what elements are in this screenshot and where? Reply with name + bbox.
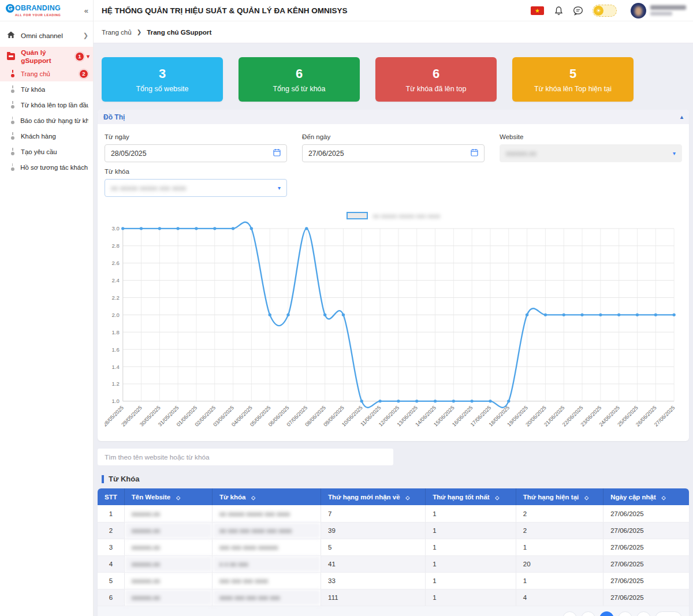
next-page-button[interactable] [618,611,632,616]
notification-badge: 2 [79,69,88,79]
main-area: HỆ THỐNG QUẢN TRỊ HIỆU SUẤT & QUẢN LÝ ĐA… [94,0,693,616]
sidebar-item[interactable]: Trang chủ 2 [0,66,93,81]
sidebar-item[interactable]: Hồ sơ tương tác khách ... [0,159,93,175]
svg-text:1.0: 1.0 [112,398,120,404]
column-header[interactable]: Từ khóa◇ [212,488,321,505]
sidebar-item[interactable]: Tạo yêu cầu [0,144,93,159]
column-header[interactable]: Thứ hạng hiện tại◇ [516,488,603,505]
from-date-input[interactable]: 28/05/2025 [105,144,287,162]
sidebar-section-gsupport[interactable]: Quản lý gSupport 1 ▾ [0,47,93,66]
first-page-button[interactable] [562,611,577,616]
sidebar-item-omni-channel[interactable]: Omni channel ❯ [0,26,93,45]
stat-cards: 3Tổng số website6Tổng số từ khóa6Từ khóa… [98,57,689,102]
cell-keyword-masked: xx xxx xxx xxxx xxx xxxx [212,522,321,539]
column-header[interactable]: Thứ hạng mới nhận về◇ [321,488,426,505]
cell-updated: 27/06/2025 [603,522,689,539]
current-page-button[interactable]: 1 [599,611,614,616]
line-chart[interactable]: 28/05/202529/05/202530/05/202531/05/2025… [105,221,682,433]
stat-value: 6 [296,66,303,81]
logo-tagline: ALL FOR YOUR LEADING [15,14,84,17]
svg-text:1.4: 1.4 [112,364,120,370]
cell-keyword-masked: xxxx xxx xxx xxx xxx [212,589,321,606]
sort-icon[interactable]: ◇ [176,495,180,501]
from-date-label: Từ ngày [105,133,287,140]
chevron-right-icon: ❯ [83,32,88,39]
to-date-value: 27/06/2025 [308,150,471,158]
language-flag-icon[interactable]: ★ [531,6,544,15]
keyword-select-value-masked: xx xxxxx xxxxx xxx xxxx [111,184,278,192]
sort-icon[interactable]: ◇ [251,495,255,501]
column-header[interactable]: STT [98,488,124,505]
stat-label: Tổng số từ khóa [273,85,325,93]
cell-current-rank: 2 [516,522,603,539]
table-row[interactable]: 5 xxxxxx.xx xxx xxx xxx xxxx 33 1 1 27/0… [98,572,689,589]
website-select[interactable]: xxxxxx.xx ▾ [500,144,682,162]
user-menu[interactable] [631,3,686,18]
cell-updated: 27/06/2025 [603,572,689,589]
table-header-row: STTTên Website◇Từ khóa◇Thứ hạng mới nhận… [98,488,689,505]
sidebar-item[interactable]: Từ khóa lên top lần đầu [0,97,93,113]
sidebar-item-label: Từ khóa [21,86,45,93]
sidebar-item[interactable]: Báo cáo thứ hạng từ khóa [0,113,93,128]
column-header[interactable]: Ngày cập nhật◇ [603,488,689,505]
sidebar-item[interactable]: Khách hàng [0,128,93,144]
cell-website-masked: xxxxxx.xx [124,589,212,606]
svg-text:1.2: 1.2 [112,380,120,387]
chat-icon[interactable] [573,5,583,16]
calendar-icon[interactable] [273,148,281,158]
svg-text:2.6: 2.6 [112,260,120,266]
svg-text:2.8: 2.8 [112,242,120,249]
chevron-down-icon: ▾ [87,53,90,59]
sidebar-item[interactable]: Từ khóa [0,81,93,97]
sort-icon[interactable]: ◇ [584,495,588,501]
cell-new-rank: 5 [321,539,426,555]
page-size-select[interactable]: 10 ▾ [655,611,682,616]
table-row[interactable]: 6 xxxxxx.xx xxxx xxx xxx xxx xxx 111 1 4… [98,589,689,606]
gobranding-logo[interactable]: G OBRANDING ALL FOR YOUR LEADING [6,4,84,17]
breadcrumb-home[interactable]: Trang chủ [102,28,132,36]
cell-keyword-masked: xxx xxx xxxx xxxxxx [212,539,321,555]
sort-icon[interactable]: ◇ [495,495,500,501]
cell-website-masked: xxxxxx.xx [124,522,212,539]
last-page-button[interactable] [636,611,651,616]
keyword-table: STTTên Website◇Từ khóa◇Thứ hạng mới nhận… [98,488,689,606]
sort-icon[interactable]: ◇ [406,495,410,501]
cell-new-rank: 33 [321,572,426,589]
chart-legend[interactable]: xx xxxxx xxxxx xxx xxxx [105,212,682,219]
sort-icon[interactable]: ◇ [662,495,666,501]
cell-updated: 27/06/2025 [603,539,689,555]
cell-new-rank: 7 [321,505,426,522]
table-footer: Tổng cộng: 6 1 10 [98,606,689,616]
table-row[interactable]: 1 xxxxxx.xx xx xxxxx xxxxx xxx xxxx 7 1 … [98,505,689,522]
prev-page-button[interactable] [581,611,595,616]
keyword-table-panel: STTTên Website◇Từ khóa◇Thứ hạng mới nhận… [98,488,689,616]
stat-card[interactable]: 3Tổng số website [102,57,223,102]
tree-guide-icon [10,132,15,140]
stat-card[interactable]: 6Từ khóa đã lên top [375,57,497,102]
cell-keyword-masked: xxx xxx xxx xxxx [212,572,321,589]
sidebar: G OBRANDING ALL FOR YOUR LEADING « Omni … [0,0,94,616]
cell-stt: 4 [98,555,124,572]
table-row[interactable]: 3 xxxxxx.xx xxx xxx xxxx xxxxxx 5 1 1 27… [98,539,689,555]
stat-card[interactable]: 6Tổng số từ khóa [239,57,360,102]
keyword-select[interactable]: xx xxxxx xxxxx xxx xxxx ▾ [105,179,287,197]
tree-guide-icon [10,148,15,155]
bell-icon[interactable] [553,5,564,16]
stat-value: 5 [569,66,576,81]
column-header[interactable]: Tên Website◇ [124,488,212,505]
svg-text:2.4: 2.4 [112,277,120,283]
cell-current-rank: 2 [516,505,603,522]
stat-card[interactable]: 5Từ khóa lên Top hiện tại [512,57,634,102]
table-row[interactable]: 4 xxxxxx.xx x x xx xxx 41 1 20 27/06/202… [98,555,689,572]
table-row[interactable]: 2 xxxxxx.xx xx xxx xxx xxxx xxx xxxx 39 … [98,522,689,539]
to-date-input[interactable]: 27/06/2025 [302,144,485,162]
calendar-icon[interactable] [471,148,478,158]
sidebar-collapse-icon[interactable]: « [84,6,88,15]
cell-current-rank: 1 [516,539,603,555]
cell-website-masked: xxxxxx.xx [124,555,212,572]
column-header[interactable]: Thứ hạng tốt nhất◇ [426,488,516,505]
chart-panel-header[interactable]: Đồ Thị ▴ [98,110,689,124]
search-input[interactable] [98,449,393,465]
chevron-up-icon[interactable]: ▴ [680,114,683,120]
theme-toggle[interactable]: ☀ [593,5,617,17]
